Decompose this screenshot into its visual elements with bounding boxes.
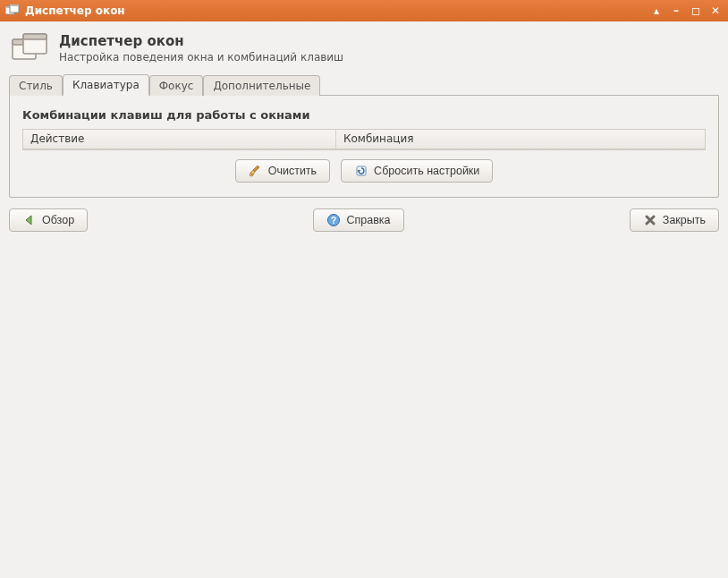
tab-3[interactable]: Дополнительные — [203, 75, 320, 96]
clear-label: Очистить — [268, 165, 317, 177]
minimize-button[interactable]: – — [669, 4, 683, 18]
shortcuts-table: Действие Комбинация СправаRightОтменитьE… — [22, 129, 706, 150]
titlebar[interactable]: Диспетчер окон ▴ – ◻ ✕ — [0, 0, 728, 21]
page-title: Диспетчер окон — [59, 33, 343, 49]
tab-panel-keyboard: Комбинации клавиш для работы с окнами Де… — [9, 96, 719, 198]
column-combination[interactable]: Комбинация — [336, 130, 705, 149]
content-area: Диспетчер окон Настройка поведения окна … — [0, 21, 728, 578]
table-header: Действие Комбинация — [23, 130, 705, 149]
close-icon — [643, 213, 657, 227]
section-title: Комбинации клавиш для работы с окнами — [22, 108, 706, 122]
header-icon — [11, 32, 50, 64]
tab-0[interactable]: Стиль — [9, 75, 63, 96]
column-action[interactable]: Действие — [23, 130, 336, 149]
dialog-footer: Обзор ? Справка Закрыть — [9, 198, 719, 232]
close-label: Закрыть — [663, 214, 706, 226]
reset-icon — [354, 164, 368, 178]
svg-rect-3 — [10, 4, 19, 6]
close-window-button[interactable]: ✕ — [708, 4, 723, 18]
app-icon — [5, 4, 20, 17]
close-button[interactable]: Закрыть — [630, 208, 719, 232]
header: Диспетчер окон Настройка поведения окна … — [9, 29, 719, 73]
maximize-button[interactable]: ◻ — [689, 4, 703, 18]
reset-button[interactable]: Сбросить настройки — [341, 159, 493, 183]
help-button[interactable]: ? Справка — [313, 208, 403, 232]
overview-label: Обзор — [42, 214, 74, 226]
back-icon — [22, 213, 37, 227]
reset-label: Сбросить настройки — [374, 165, 479, 177]
clear-button[interactable]: Очистить — [235, 159, 330, 183]
broom-icon — [249, 164, 263, 178]
tabs: СтильКлавиатураФокусДополнительные Комби… — [9, 73, 719, 198]
overview-button[interactable]: Обзор — [9, 208, 88, 232]
help-label: Справка — [346, 214, 390, 226]
help-icon: ? — [326, 213, 341, 227]
table-actions: Очистить Сбросить настройки — [22, 150, 706, 184]
rollup-button[interactable]: ▴ — [649, 4, 664, 18]
tab-2[interactable]: Фокус — [149, 75, 204, 96]
page-subtitle: Настройка поведения окна и комбинаций кл… — [59, 51, 343, 64]
svg-text:?: ? — [331, 216, 336, 225]
window-title: Диспетчер окон — [25, 4, 644, 17]
tab-1[interactable]: Клавиатура — [63, 74, 149, 96]
svg-rect-7 — [23, 34, 47, 39]
